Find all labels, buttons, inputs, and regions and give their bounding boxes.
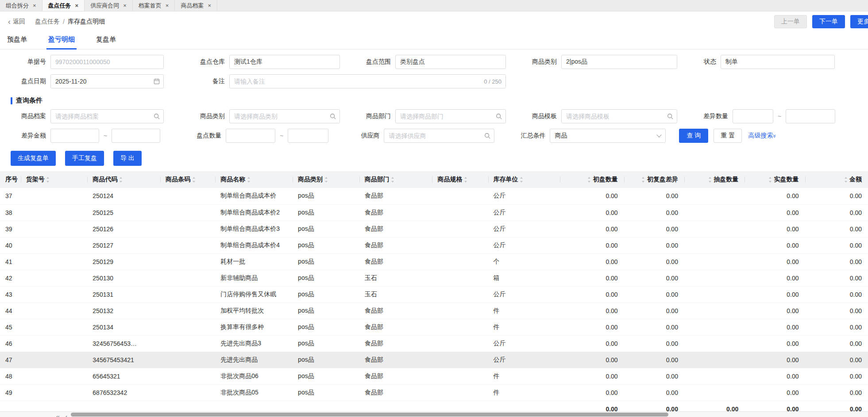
search-icon[interactable] [154,113,160,119]
column-header[interactable]: 金额 [805,171,868,188]
table-cell: 玉石 [359,270,432,286]
pagination[interactable]: « ‹ [56,413,67,417]
table-cell: 0.00 [805,253,868,270]
column-header[interactable]: 商品规格 [432,171,488,188]
column-header[interactable]: 货架号 [21,171,88,188]
column-header[interactable]: 商品名称 [215,171,293,188]
diff-amount-max-input[interactable] [112,129,160,143]
search-icon[interactable] [667,113,673,119]
column-header[interactable]: 初复盘差异 [624,171,684,188]
next-order-button[interactable]: 下一单 [812,15,845,28]
table-row[interactable]: 496876532342非批次商品05pos品食品部件0.000.000.000… [0,384,868,401]
table-row[interactable]: 39250126制单组合商品成本价3pos品食品部公斤0.000.000.000… [0,221,868,237]
first-page-icon[interactable]: « [56,413,60,417]
close-icon[interactable]: × [33,3,36,8]
count-qty-min-input[interactable] [226,129,275,143]
close-icon[interactable]: × [123,3,127,8]
search-icon[interactable] [330,113,336,119]
search-icon[interactable] [496,113,502,119]
horizontal-scrollbar-thumb[interactable] [71,413,668,417]
table-cell: 250132 [87,302,160,319]
field-summary-by: 汇总条件 商品 [508,129,666,143]
category-input[interactable] [561,55,677,69]
template-input[interactable] [561,109,677,123]
export-button[interactable]: 导 出 [113,151,142,166]
breadcrumb-parent[interactable]: 盘点任务 [35,18,60,26]
field-category: 商品类别 [519,55,677,69]
column-header[interactable]: 商品类别 [293,171,359,188]
query-category-input[interactable] [229,109,340,123]
summary-by-select[interactable]: 商品 [550,129,666,143]
table-row[interactable]: 4632456756453…先进先出商品3pos品食品部公斤0.000.000.… [0,335,868,352]
diff-qty-min-input[interactable] [733,109,773,123]
scope-input[interactable] [395,55,506,69]
window-tab-label: 盘点任务 [48,2,71,10]
count-qty-max-input[interactable] [288,129,328,143]
column-header-label: 初盘数量 [593,176,618,183]
column-header[interactable]: 库存单位 [488,171,560,188]
window-tab-supplier-contract[interactable]: 供应商合同 × [85,0,133,11]
search-button[interactable]: 查 询 [679,129,708,143]
generate-recount-button[interactable]: 生成复盘单 [11,151,56,166]
table-cell: 0.00 [560,286,624,302]
product-archive-input[interactable] [50,109,164,123]
doc-no-input[interactable] [50,55,164,69]
table-cell: 0.00 [624,335,684,352]
manual-recount-button[interactable]: 手工复盘 [65,151,104,166]
table-row[interactable]: 44250132加权平均转批次pos品食品部件0.000.000.000.00 [0,302,868,319]
date-input[interactable] [50,74,164,88]
table-cell [160,319,215,335]
table-row[interactable]: 40250127制单组合商品成本价4pos品食品部公斤0.000.000.000… [0,237,868,253]
table-cell: pos品 [293,335,359,352]
window-tab-label: 商品档案 [181,2,204,10]
supplier-input[interactable] [384,129,494,143]
table-cell: 0.00 [805,319,868,335]
diff-amount-min-input[interactable] [50,129,99,143]
prev-page-icon[interactable]: ‹ [65,413,67,417]
table-cell [684,253,745,270]
table-row[interactable]: 37250124制单组合商品成本价pos品食品部公斤0.000.000.000.… [0,188,868,204]
window-tab-stocktake-task[interactable]: 盘点任务 × [42,0,85,11]
table-row[interactable]: 45250134换算率有很多种pos品食品部件0.000.000.000.00 [0,319,868,335]
table-cell: 0.00 [624,302,684,319]
diff-qty-max-input[interactable] [786,109,835,123]
column-header[interactable]: 初盘数量 [560,171,624,188]
status-input[interactable] [721,55,835,69]
window-tab-product-archive[interactable]: 商品档案 × [175,0,217,11]
column-header[interactable]: 商品部门 [359,171,432,188]
calendar-icon[interactable] [154,78,160,84]
table-cell: 先进先出商品 [215,352,293,368]
reset-button[interactable]: 重 置 [714,129,742,143]
back-button[interactable]: ‹ 返回 [8,18,25,26]
table-row[interactable]: 43250131门店停购停售又休眠pos品玉石公斤0.000.000.000.0… [0,286,868,302]
table-row[interactable]: 4865645321非批次商品06pos品食品部件0.000.000.000.0… [0,368,868,384]
prev-order-button[interactable]: 上一单 [774,15,807,28]
tab-pre-count[interactable]: 预盘单 [5,35,29,50]
column-header[interactable]: 商品条码 [160,171,215,188]
close-icon[interactable]: × [208,3,211,8]
window-tab-combo-split[interactable]: 组合拆分 × [0,0,42,11]
department-input[interactable] [395,109,506,123]
close-icon[interactable]: × [166,3,169,8]
advanced-search-link[interactable]: 高级搜索 » [748,132,776,140]
tab-recount[interactable]: 复盘单 [94,35,118,50]
table-cell [21,368,88,384]
close-icon[interactable]: × [75,3,79,8]
tab-profit-loss-detail[interactable]: 盈亏明细 [46,35,77,50]
field-query-category: 商品类别 [189,109,340,123]
more-button[interactable]: 更多 [850,15,868,28]
column-header[interactable]: 实盘数量 [745,171,805,188]
horizontal-scrollbar-track[interactable] [0,411,868,417]
column-header[interactable]: 商品代码 [87,171,160,188]
search-icon[interactable] [484,133,490,139]
table-row[interactable]: 47345675453421先进先出商品pos品食品部公斤0.000.000.0… [0,352,868,368]
table-row[interactable]: 41250129耗材一批pos品食品部个0.000.000.000.00 [0,253,868,270]
window-tab-archive-home[interactable]: 档案首页 × [133,0,175,11]
warehouse-input[interactable] [229,55,340,69]
column-header-label: 实盘数量 [774,176,799,183]
table-row[interactable]: 42250130新非辅助商品pos品玉石箱0.000.000.000.00 [0,270,868,286]
table-cell [21,221,88,237]
table-row[interactable]: 38250125制单组合商品成本价2pos品食品部公斤0.000.000.000… [0,204,868,221]
remark-input[interactable] [229,74,506,88]
column-header[interactable]: 抽盘数量 [684,171,745,188]
